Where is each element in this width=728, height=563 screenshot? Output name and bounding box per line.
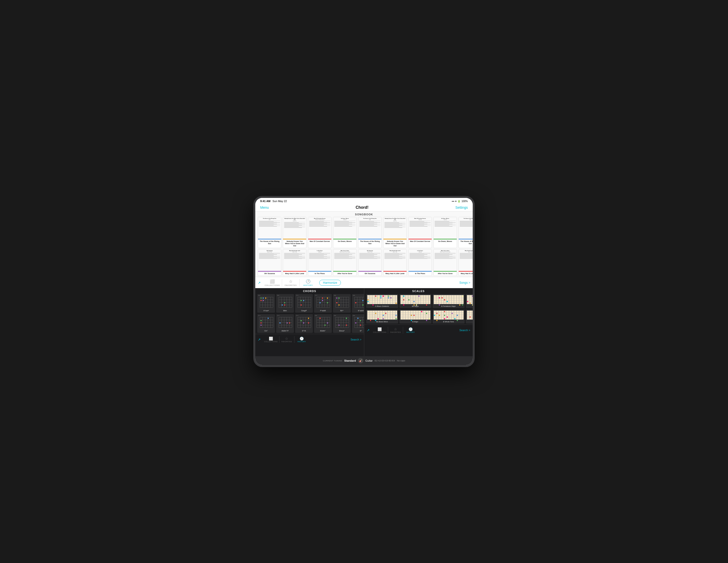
song-card[interactable]: The House of the Rising Sun4-MixThe Hous… [358,217,382,248]
chord-card[interactable]: x xE⁹ [352,314,364,333]
song-card-title: Man Of Constant Sorrow [409,240,432,244]
chord-card[interactable]: x xEb¹¹ [333,294,351,313]
chords-collections-label: COLLECTIONS [264,341,278,342]
scales-history-icon: 🕐 [409,327,413,331]
scale-card[interactable]: A M [466,309,473,323]
song-card-title: The House of the Rising Sun [358,240,381,246]
chord-grid-row-2: × ×Cm⁷× ×Abdim⁷/F× ×E¹¹/Ax xEbdim⁷x xEbs… [255,314,364,334]
nav-bar: Menu Chord! Settings [255,204,473,212]
song-card-title: Oh! Susanna [258,272,281,276]
scale-grid-row-2: Bb Blues MinorB MajorB Whole-ToneA M [364,309,473,324]
chord-card[interactable]: x xE⁷add4 [352,294,364,313]
song-card-title: After You've Gone [333,272,356,276]
scales-expand-icon[interactable]: ↗ [367,328,370,332]
song-card-title: Go Down, Moses [434,240,457,244]
chord-card[interactable]: x xEbsus² [333,314,351,333]
song-card[interactable]: Man Of Constant SorrowTraditionalMan Of … [408,217,432,248]
app-title: Chord! [269,205,455,210]
songs-link[interactable]: Songs > [459,281,470,284]
song-card[interactable]: Oh! SusannaStephen FosterOh! Susanna [358,249,382,276]
chords-history-tab[interactable]: 🕐 HISTORY [294,336,309,343]
main-content: SONGBOOK The House of the Rising Sun4-Mi… [255,212,473,365]
battery-icon: 🔋 [457,200,460,203]
scale-card[interactable]: B Pentatonic Major [433,294,465,308]
chord-name: Caug/F [295,309,313,312]
scales-collections-tab[interactable]: ⬜ COLLECTIONS [372,327,388,333]
scale-card[interactable]: B Whole-Tone [433,309,465,323]
tuning-current-label: CURRENT TUNING [323,360,342,362]
song-card[interactable]: Go Down, MosesTraditionalGo Down, Moses [333,217,357,248]
songbook-title: SONGBOOK [255,212,473,217]
song-cards-row-2: Oh! SusannaStephen FosterOh! SusannaMary… [255,249,473,277]
chord-x-marks: x x [353,294,355,296]
song-card[interactable]: In The PinesTraditionalIn The Pines [408,249,432,276]
tuning-name: Standard [344,359,356,362]
song-cards-row-1: The House of the Rising Sun4-MixThe Hous… [255,217,473,249]
tuning-bar: CURRENT TUNING Standard 🎸 Guitar E2-A2-D… [255,356,473,365]
song-card[interactable]: In The PinesTraditionalIn The Pines [308,249,332,276]
expand-icon[interactable]: ↗ [258,281,261,285]
song-card[interactable]: Oh! SusannaStephen FosterOh! Susanna [258,249,281,276]
chords-history-label: HISTORY [298,341,306,342]
scales-history-tab[interactable]: 🕐 HISTORY [403,327,418,333]
menu-button[interactable]: Menu [260,206,269,210]
chord-card[interactable]: x xA⁷sus⁴ [257,294,275,313]
song-card[interactable]: Go Down, MosesTraditionalGo Down, Moses [433,217,457,248]
chord-name: A⁷sus⁴ [257,309,275,313]
chords-tab-bar: ↗ ⬜ COLLECTIONS ☆ FAVORITES 🕐 [255,334,364,345]
chord-card[interactable]: x xBbm [276,294,294,313]
chord-card[interactable]: x xEbdim⁷ [314,314,332,333]
screen: 9:41 AM Sun May 22 ▪▪▪ ▾ 🔋 100% Menu Cho… [255,198,473,365]
scales-search-link[interactable]: Search > [459,329,470,332]
scale-card[interactable]: A W [466,294,473,308]
song-card-title: Nobody Knows You When You're Down And Ou… [383,240,407,248]
scales-collections-icon: ⬜ [378,327,382,331]
song-card[interactable]: Nobody Knows You When You're Down And Ou… [383,217,407,248]
song-card[interactable]: Mary Had A Little LambSarah J. HaleMary … [283,249,306,276]
songbook-favorites-tab[interactable]: ☆ FAVORITES [282,279,299,287]
scales-panel: SCALES G Blues OctatonicBb MajorB Pentat… [364,288,473,356]
song-card[interactable]: After You've GoneHenry Creamer & Turner … [433,249,457,276]
chord-x-marks: x x [258,294,260,296]
scale-name: G Blues Octatonic [366,305,398,308]
song-card[interactable]: Man Of Constant SorrowTraditional / Rich… [308,217,332,248]
scale-card[interactable]: Bb Major [399,294,431,308]
chord-card[interactable]: × ×Caug/F [295,294,313,313]
chord-name: Ebdim⁷ [314,329,332,333]
chords-expand-icon[interactable]: ↗ [258,337,261,341]
chord-card[interactable]: × ×F^add9 [314,294,332,313]
song-card[interactable]: The House of the Rising Sun4-MixThe Hous… [258,217,281,248]
scale-card[interactable]: Bb Blues Minor [366,309,398,323]
settings-button[interactable]: Settings [455,206,468,210]
chord-grid-row-1: x xA⁷sus⁴x xBbm× ×Caug/F× ×F^add9x xEb¹¹… [255,293,364,314]
scale-card[interactable]: G Blues Octatonic [366,294,398,308]
scales-favorites-tab[interactable]: ☆ FAVORITES [388,327,403,333]
chord-x-marks: × × [315,294,317,296]
chords-favorites-tab[interactable]: ☆ FAVORITES [279,336,294,343]
chord-card[interactable]: × ×Abdim⁷/F [276,314,294,333]
harmonize-button[interactable]: Harmonize [319,280,341,286]
scales-collections-label: COLLECTIONS [373,331,387,333]
song-card[interactable]: Mary Had A Little LambSarah J. HaleMary … [458,249,473,276]
device-frame: 9:41 AM Sun May 22 ▪▪▪ ▾ 🔋 100% Menu Cho… [253,196,475,367]
song-card-title: In The Pines [409,272,432,276]
chord-x-marks: × × [258,315,260,316]
songbook-collections-tab[interactable]: ⬜ COLLECTIONS [263,279,282,287]
chords-collections-tab[interactable]: ⬜ COLLECTIONS [263,336,279,343]
song-card-title: Mary Had A Little Lamb [459,272,473,276]
chord-card[interactable]: × ×E¹¹/A [295,314,313,333]
chord-x-marks: × × [296,315,298,316]
chords-search-link[interactable]: Search > [350,338,361,341]
song-card[interactable]: Mary Had A Little LambSarah J. HaleMary … [383,249,407,276]
scale-card[interactable]: B Major [399,309,431,323]
status-bar: 9:41 AM Sun May 22 ▪▪▪ ▾ 🔋 100% [255,198,473,204]
songbook-history-tab[interactable]: 🕐 HISTORY [300,279,317,287]
song-card-title: In The Pines [308,272,331,276]
chord-card[interactable]: × ×Cm⁷ [257,314,275,333]
song-card[interactable]: The House of the Rising Sun4-MixThe Hous… [458,217,473,248]
song-card[interactable]: Nobody Knows You When You're Down And Ou… [283,217,306,248]
song-card-title: Go Down, Moses [333,240,356,244]
song-card[interactable]: After You've GoneHenry Creamer & Turner … [333,249,357,276]
chord-name: E¹¹/A [295,329,313,333]
tuning-icon[interactable]: 🎸 [358,358,363,363]
